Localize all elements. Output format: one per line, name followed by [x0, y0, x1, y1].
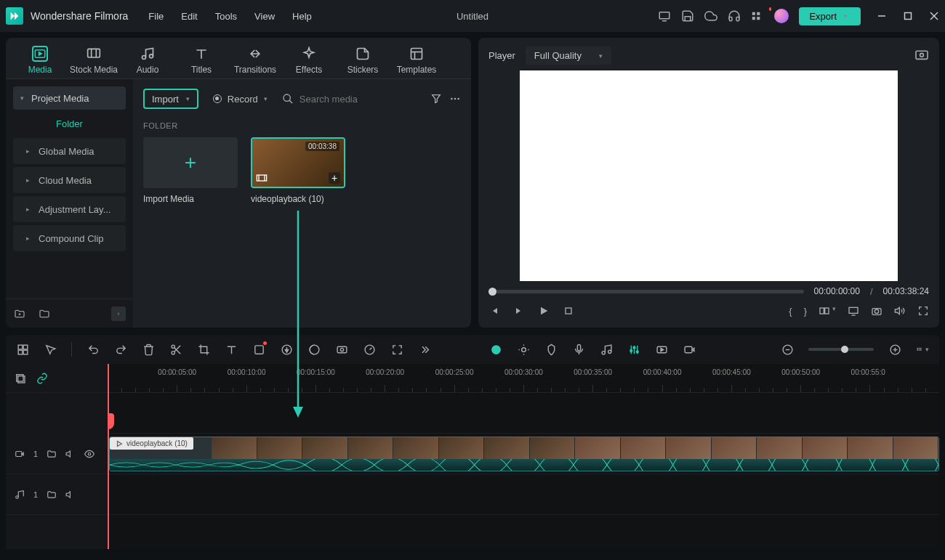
- media-clip-card[interactable]: 00:03:38 + videoplayback (10): [251, 137, 345, 204]
- zoom-slider[interactable]: [808, 348, 874, 351]
- minimize-button[interactable]: [877, 11, 887, 21]
- video-clip[interactable]: videoplayback (10): [109, 437, 939, 471]
- link-icon[interactable]: [36, 373, 48, 384]
- cut-icon[interactable]: [169, 343, 182, 356]
- delete-icon[interactable]: [142, 343, 155, 356]
- mute-icon[interactable]: [65, 490, 76, 500]
- project-media-toggle[interactable]: ▾Project Media: [13, 86, 126, 110]
- tab-transitions[interactable]: Transitions: [228, 42, 282, 78]
- music-icon[interactable]: [600, 343, 613, 356]
- tab-audio[interactable]: Audio: [121, 42, 174, 78]
- track-layers-icon[interactable]: [15, 373, 26, 384]
- playhead[interactable]: [108, 364, 109, 549]
- folder-icon[interactable]: [38, 307, 51, 320]
- zoom-out-icon[interactable]: [781, 343, 794, 356]
- svg-marker-38: [895, 307, 899, 314]
- tab-stickers[interactable]: Stickers: [336, 42, 390, 78]
- speed-down-icon[interactable]: [280, 343, 293, 356]
- text-icon[interactable]: [225, 343, 238, 356]
- smart-tool-icon[interactable]: [489, 343, 502, 356]
- filter-icon[interactable]: [430, 93, 442, 105]
- compare-button[interactable]: ▾: [819, 305, 836, 317]
- folder-tab[interactable]: Folder: [13, 110, 126, 137]
- export-button[interactable]: Export▾: [799, 7, 861, 25]
- close-button[interactable]: [929, 11, 939, 21]
- sidebar-item-global[interactable]: ▸Global Media: [13, 138, 126, 164]
- mic-icon[interactable]: [572, 343, 585, 356]
- import-button[interactable]: Import▾: [143, 89, 198, 109]
- menu-file[interactable]: File: [148, 11, 164, 22]
- timeline-ruler[interactable]: 00:00 00:00:05:00 00:00:10:00 00:00:15:0…: [108, 364, 939, 393]
- preview-canvas[interactable]: [488, 70, 929, 281]
- snapshot-icon[interactable]: [914, 49, 929, 62]
- user-avatar[interactable]: [774, 9, 789, 23]
- screen-icon[interactable]: [658, 9, 671, 23]
- menu-tools[interactable]: Tools: [215, 11, 237, 22]
- render-icon[interactable]: [655, 343, 668, 356]
- record-button[interactable]: Record▾: [206, 89, 275, 109]
- zoom-in-icon[interactable]: [888, 343, 901, 356]
- menu-edit[interactable]: Edit: [181, 11, 197, 22]
- maximize-button[interactable]: [903, 11, 913, 21]
- tab-titles[interactable]: Titles: [174, 42, 228, 78]
- timeline-tracks[interactable]: 00:00 00:00:05:00 00:00:10:00 00:00:15:0…: [108, 364, 939, 549]
- list-view-icon[interactable]: ▾: [916, 343, 929, 356]
- headphones-icon[interactable]: [728, 9, 741, 23]
- mask-icon[interactable]: [335, 343, 348, 356]
- tab-templates[interactable]: Templates: [390, 42, 443, 78]
- marker-icon[interactable]: [544, 343, 558, 356]
- fullscreen-button[interactable]: [917, 305, 929, 317]
- keyframe-icon[interactable]: [252, 343, 265, 356]
- more-icon[interactable]: [449, 93, 461, 105]
- apps-icon[interactable]: [751, 9, 764, 23]
- expand-icon[interactable]: [390, 343, 403, 356]
- next-frame-button[interactable]: [513, 305, 525, 317]
- collapse-sidebar-button[interactable]: ‹: [111, 307, 126, 321]
- sidebar-item-compound[interactable]: ▸Compound Clip: [13, 225, 126, 251]
- progress-bar[interactable]: [488, 290, 804, 293]
- search-input[interactable]: [299, 94, 387, 105]
- zoom-thumb[interactable]: [841, 346, 848, 353]
- redo-icon[interactable]: [114, 343, 127, 356]
- record-tab-icon[interactable]: [683, 343, 696, 356]
- camera-icon[interactable]: [871, 305, 882, 317]
- folder-small-icon[interactable]: [47, 490, 57, 500]
- menu-view[interactable]: View: [254, 11, 275, 22]
- folder-small-icon[interactable]: [47, 449, 57, 459]
- sidebar-item-cloud[interactable]: ▸Cloud Media: [13, 167, 126, 193]
- quality-dropdown[interactable]: Full Quality▾: [526, 46, 611, 65]
- stop-button[interactable]: [563, 305, 574, 317]
- sidebar-item-adjustment[interactable]: ▸Adjustment Lay...: [13, 196, 126, 222]
- speedometer-icon[interactable]: [363, 343, 376, 356]
- play-button[interactable]: [538, 305, 550, 317]
- eye-icon[interactable]: [84, 449, 94, 459]
- svg-point-88: [88, 453, 91, 455]
- menu-help[interactable]: Help: [292, 11, 312, 22]
- cloud-icon[interactable]: [704, 9, 717, 23]
- mark-out-button[interactable]: }: [804, 306, 807, 317]
- grid-icon[interactable]: [16, 343, 29, 356]
- crop-icon[interactable]: [197, 343, 210, 356]
- tab-stock-media[interactable]: Stock Media: [67, 42, 121, 78]
- save-icon[interactable]: [681, 9, 694, 23]
- color-icon[interactable]: [307, 343, 321, 356]
- mark-in-button[interactable]: {: [789, 306, 792, 317]
- new-folder-icon[interactable]: [13, 307, 26, 320]
- add-to-timeline-button[interactable]: +: [329, 172, 340, 184]
- import-media-card[interactable]: + Import Media: [143, 137, 238, 204]
- undo-icon[interactable]: [87, 343, 100, 356]
- display-button[interactable]: [848, 305, 859, 317]
- brightness-icon[interactable]: [517, 343, 530, 356]
- mute-icon[interactable]: [65, 449, 76, 459]
- prev-frame-button[interactable]: [488, 305, 500, 317]
- more-tools-icon[interactable]: [418, 343, 431, 356]
- tab-media[interactable]: Media: [13, 42, 67, 78]
- empty-track[interactable]: [108, 393, 939, 434]
- progress-thumb[interactable]: [488, 288, 496, 296]
- tab-effects[interactable]: Effects: [282, 42, 336, 78]
- audio-track[interactable]: [108, 474, 939, 515]
- volume-button[interactable]: [894, 305, 906, 317]
- mixer-icon[interactable]: [627, 343, 640, 356]
- cursor-icon[interactable]: [44, 343, 57, 356]
- video-track[interactable]: videoplayback (10): [108, 434, 939, 474]
